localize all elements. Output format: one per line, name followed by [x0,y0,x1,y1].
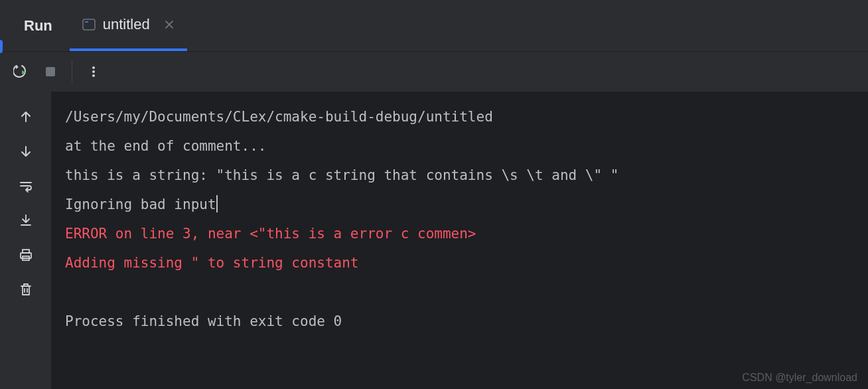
watermark: CSDN @tyler_download [742,372,857,384]
scroll-up-button[interactable] [13,104,39,130]
toolbar-divider [72,61,72,82]
console-line: this is a string: "this is a c string th… [65,161,855,190]
console-sidebar [0,92,52,389]
console-line: Ignoring bad input [65,190,855,219]
console-line: Adding missing " to string constant [65,248,855,277]
header: Run untitled [0,0,868,52]
console-line: Process finished with exit code 0 [65,307,855,336]
svg-rect-2 [46,67,55,76]
console-line [65,277,855,307]
svg-rect-0 [83,19,95,30]
svg-point-5 [92,74,95,77]
console-line: /Users/my/Documents/CLex/cmake-build-deb… [65,102,855,131]
toolbar [0,52,868,92]
text-cursor [216,195,218,212]
console-output[interactable]: /Users/my/Documents/CLex/cmake-build-deb… [52,92,868,389]
svg-rect-1 [85,21,88,23]
svg-point-3 [92,66,95,69]
print-button[interactable] [13,242,39,268]
tab-label: untitled [103,16,150,33]
soft-wrap-button[interactable] [13,173,39,199]
accent-indicator [0,40,3,53]
delete-button[interactable] [13,276,39,303]
close-tab-button[interactable] [163,19,175,31]
scroll-to-end-button[interactable] [13,207,39,234]
content-area: /Users/my/Documents/CLex/cmake-build-deb… [0,92,868,389]
console-line: ERROR on line 3, near <"this is a error … [65,219,855,248]
terminal-icon [82,17,96,32]
scroll-down-button[interactable] [13,138,39,165]
stop-button[interactable] [37,58,64,85]
console-line: at the end of comment... [65,131,855,161]
svg-point-4 [92,70,95,73]
run-tab[interactable]: untitled [70,0,187,51]
run-panel-title: Run [0,17,70,35]
rerun-button[interactable] [8,58,35,85]
more-options-button[interactable] [80,58,107,85]
